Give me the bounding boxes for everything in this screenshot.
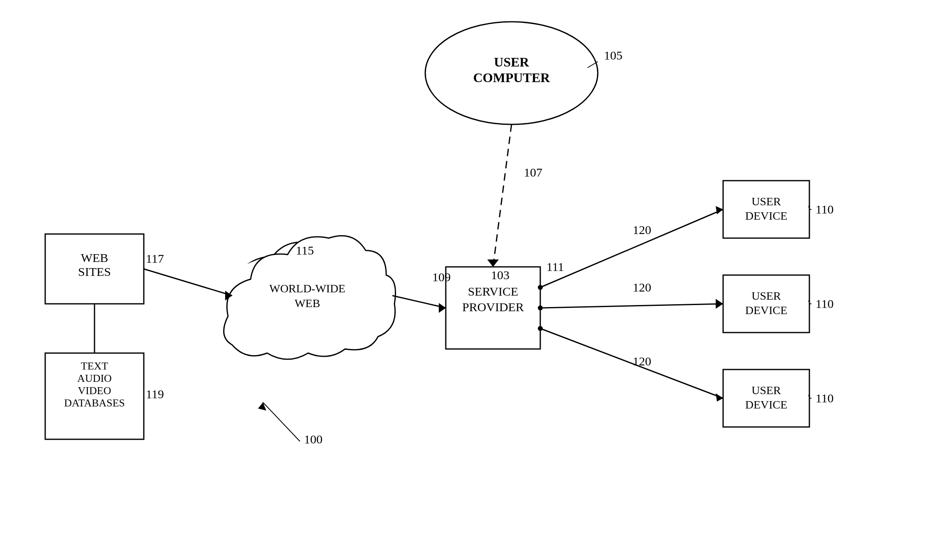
ref-111: 111 (546, 260, 564, 273)
diagram-container: 105 107 109 103 111 115 117 119 110 110 … (0, 0, 931, 560)
svg-line-21 (540, 209, 723, 287)
svg-point-29 (538, 326, 543, 331)
ref-117: 117 (146, 252, 164, 265)
ref-110-3: 110 (816, 391, 834, 405)
user-computer-label-line2: COMPUTER (473, 70, 551, 85)
user-device-1-label-line2: DEVICE (745, 209, 788, 222)
text-audio-label-line4: DATABASES (64, 397, 125, 409)
user-device-3-label-line2: DEVICE (745, 398, 788, 411)
text-audio-label-line3: VIDEO (78, 385, 111, 397)
ref-115: 115 (296, 243, 314, 257)
user-computer-label-line1: USER (494, 55, 529, 69)
svg-marker-24 (716, 299, 723, 309)
svg-line-32 (263, 402, 300, 441)
web-sites-label-line2: SITES (78, 265, 111, 278)
text-audio-label-line1: TEXT (81, 360, 108, 372)
svg-line-19 (493, 124, 512, 267)
ref-109: 109 (432, 270, 451, 284)
ref-105: 105 (604, 48, 622, 62)
ref-119: 119 (146, 387, 164, 401)
ref-107: 107 (524, 165, 542, 179)
svg-point-28 (538, 305, 543, 310)
world-wide-web-label-line1: WORLD-WIDE (269, 282, 345, 295)
ref-120-3: 120 (633, 354, 651, 368)
svg-marker-33 (258, 402, 266, 411)
service-provider-label-line1: SERVICE (468, 285, 519, 298)
svg-line-25 (540, 328, 723, 398)
ref-100: 100 (304, 432, 323, 446)
svg-marker-22 (716, 206, 723, 214)
svg-line-23 (540, 304, 723, 308)
svg-marker-17 (439, 303, 446, 313)
user-device-3-label-line1: USER (751, 384, 781, 397)
ref-110-1: 110 (816, 202, 834, 216)
web-sites-label-line1: WEB (81, 251, 108, 264)
world-wide-web-label-line2: WEB (295, 297, 320, 310)
svg-marker-20 (487, 259, 499, 267)
text-audio-label-line2: AUDIO (77, 372, 112, 384)
service-provider-label-line2: PROVIDER (462, 300, 524, 314)
user-device-2-label-line1: USER (751, 289, 781, 302)
svg-point-27 (538, 285, 543, 290)
ref-120-1: 120 (633, 223, 651, 236)
diagram-svg: 105 107 109 103 111 115 117 119 110 110 … (0, 0, 931, 560)
svg-line-16 (392, 296, 446, 308)
ref-120-2: 120 (633, 280, 651, 294)
user-device-1-label-line1: USER (751, 195, 781, 208)
svg-line-14 (144, 269, 232, 296)
ref-103: 103 (491, 268, 509, 282)
ref-110-2: 110 (816, 297, 834, 310)
user-device-2-label-line2: DEVICE (745, 304, 788, 317)
